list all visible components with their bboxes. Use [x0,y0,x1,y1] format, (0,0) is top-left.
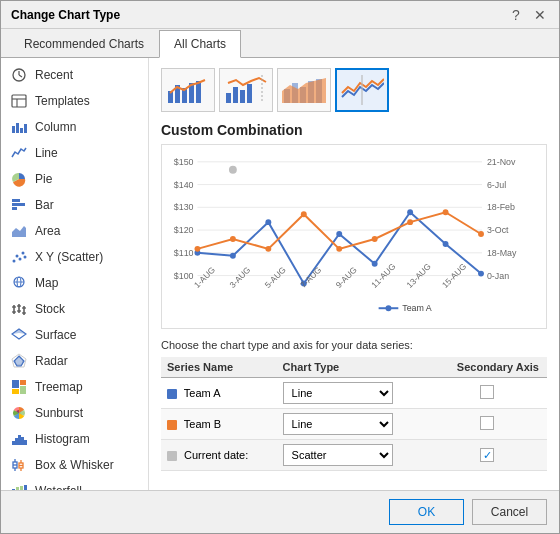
treemap-icon [11,379,27,395]
svg-point-114 [372,236,378,242]
close-button[interactable]: ✕ [531,6,549,24]
svg-point-112 [301,211,307,217]
sidebar-item-xy[interactable]: X Y (Scatter) [1,244,148,270]
team-a-secondary-checkbox[interactable] [480,385,494,399]
team-b-chart-type[interactable]: Line Bar Column Scatter Area [283,413,393,435]
sidebar-item-treemap[interactable]: Treemap [1,374,148,400]
histogram-icon [11,431,27,447]
sidebar-label-templates: Templates [35,94,90,108]
sidebar-item-radar[interactable]: Radar [1,348,148,374]
sidebar-item-bar[interactable]: Bar [1,192,148,218]
sidebar-item-pie[interactable]: Pie [1,166,148,192]
team-b-secondary-checkbox[interactable] [480,416,494,430]
svg-text:Team A: Team A [402,303,432,313]
combo-type-1[interactable] [161,68,215,112]
svg-rect-6 [12,126,15,133]
current-date-secondary-checkbox[interactable] [480,448,494,462]
tab-recommended[interactable]: Recommended Charts [9,30,159,58]
col-chart-type: Chart Type [277,357,428,378]
combo-type-2[interactable] [219,68,273,112]
svg-text:$150: $150 [174,157,194,167]
sidebar-label-boxwhisker: Box & Whisker [35,458,114,472]
svg-text:5-AUG: 5-AUG [263,265,288,290]
svg-text:$130: $130 [174,202,194,212]
svg-text:21-Nov: 21-Nov [487,157,516,167]
template-icon [11,93,27,109]
combo-type-3[interactable] [277,68,331,112]
svg-rect-38 [20,386,26,394]
team-b-label: Team B [184,418,221,430]
svg-point-15 [16,255,19,258]
svg-point-102 [265,219,271,225]
series-instruction: Choose the chart type and axis for your … [161,339,547,351]
svg-rect-12 [12,207,17,210]
sidebar-item-map[interactable]: Map [1,270,148,296]
sunburst-icon [11,405,27,421]
help-button[interactable]: ? [507,6,525,24]
ok-button[interactable]: OK [389,499,464,525]
current-date-color [167,451,177,461]
col-secondary-axis: Secondary Axis [428,357,547,378]
dialog-title: Change Chart Type [11,8,120,22]
sidebar-label-radar: Radar [35,354,68,368]
svg-marker-13 [12,226,26,237]
sidebar-item-area[interactable]: Area [1,218,148,244]
sidebar-label-stock: Stock [35,302,65,316]
scatter-icon [11,249,27,265]
sidebar-item-waterfall[interactable]: Waterfall [1,478,148,490]
column-icon [11,119,27,135]
svg-text:6-Jul: 6-Jul [487,180,506,190]
bar-icon [11,197,27,213]
svg-text:$100: $100 [174,271,194,281]
svg-text:0-Jan: 0-Jan [487,271,509,281]
cancel-button[interactable]: Cancel [472,499,547,525]
sidebar-label-pie: Pie [35,172,52,186]
sidebar-label-histogram: Histogram [35,432,90,446]
svg-text:1-AUG: 1-AUG [192,265,217,290]
sidebar-label-map: Map [35,276,58,290]
svg-text:3-AUG: 3-AUG [227,265,252,290]
team-a-color [167,389,177,399]
waterfall-icon [11,483,27,490]
svg-point-118 [229,166,237,174]
title-bar: Change Chart Type ? ✕ [1,1,559,29]
sidebar-item-line[interactable]: Line [1,140,148,166]
svg-point-108 [478,271,484,277]
current-date-chart-type[interactable]: Line Bar Column Scatter Area [283,444,393,466]
svg-point-16 [19,258,22,261]
svg-rect-44 [21,437,24,445]
series-row-current-date: Current date: Line Bar Column Scatter Ar… [161,440,547,471]
map-icon [11,275,27,291]
sidebar-label-bar: Bar [35,198,54,212]
svg-point-109 [194,246,200,252]
svg-point-116 [443,209,449,215]
sidebar-label-surface: Surface [35,328,76,342]
sidebar-item-column[interactable]: Column [1,114,148,140]
sidebar-label-recent: Recent [35,68,73,82]
combo-type-4[interactable] [335,68,389,112]
series-row-team-a: Team A Line Bar Column Scatter Area [161,378,547,409]
sidebar: Recent Templates Column Li [1,58,149,490]
svg-rect-36 [12,380,19,388]
sidebar-item-sunburst[interactable]: Sunburst [1,400,148,426]
svg-rect-9 [24,124,27,133]
svg-marker-32 [12,329,26,334]
svg-rect-42 [15,438,18,445]
sidebar-item-boxwhisker[interactable]: Box & Whisker [1,452,148,478]
dialog: Change Chart Type ? ✕ Recommended Charts… [0,0,560,534]
team-b-color [167,420,177,430]
svg-point-111 [265,246,271,252]
sidebar-item-recent[interactable]: Recent [1,62,148,88]
team-a-chart-type[interactable]: Line Bar Column Scatter Area [283,382,393,404]
tab-all-charts[interactable]: All Charts [159,30,241,58]
sidebar-item-stock[interactable]: Stock [1,296,148,322]
sidebar-label-sunburst: Sunburst [35,406,83,420]
svg-point-17 [22,252,25,255]
sidebar-item-histogram[interactable]: Histogram [1,426,148,452]
series-row-team-b: Team B Line Bar Column Scatter Area [161,409,547,440]
col-series-name: Series Name [161,357,277,378]
sidebar-item-templates[interactable]: Templates [1,88,148,114]
svg-point-128 [386,305,392,311]
svg-text:$140: $140 [174,180,194,190]
sidebar-item-surface[interactable]: Surface [1,322,148,348]
